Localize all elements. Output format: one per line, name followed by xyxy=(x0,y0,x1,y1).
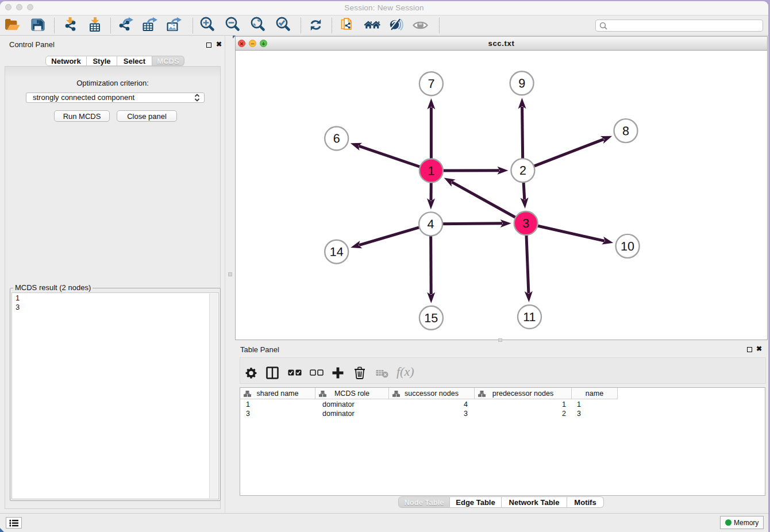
svg-text:15: 15 xyxy=(424,311,438,325)
svg-text:11: 11 xyxy=(523,310,536,324)
svg-text:2: 2 xyxy=(519,164,526,178)
svg-text:4: 4 xyxy=(428,217,434,231)
svg-text:1: 1 xyxy=(428,164,434,178)
svg-text:8: 8 xyxy=(622,124,629,138)
svg-text:9: 9 xyxy=(518,76,525,90)
svg-text:7: 7 xyxy=(428,77,435,91)
svg-text:14: 14 xyxy=(330,245,344,259)
svg-text:6: 6 xyxy=(333,132,340,145)
svg-text:10: 10 xyxy=(621,240,634,253)
svg-text:3: 3 xyxy=(522,217,529,230)
